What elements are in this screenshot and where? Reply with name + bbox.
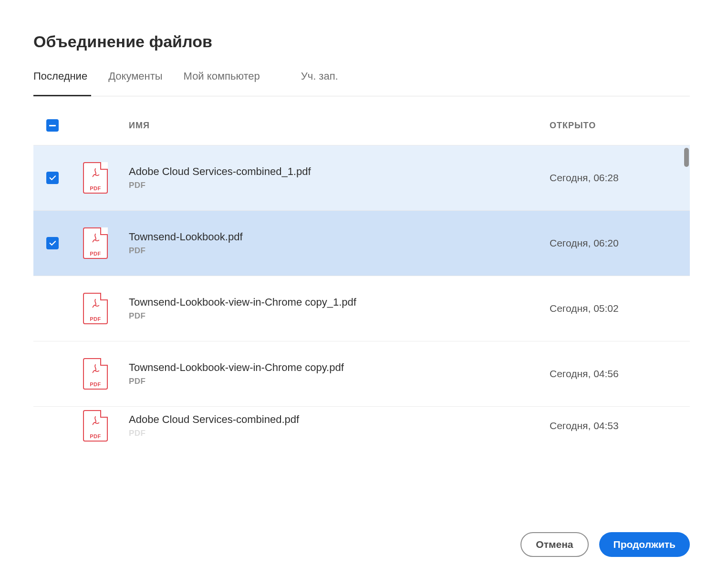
tab-my-computer[interactable]: Мой компьютер — [184, 64, 260, 96]
file-list-container: ИМЯ ОТКРЫТО PDF Adobe Cloud Services-com… — [33, 96, 690, 505]
file-row[interactable]: PDF Adobe Cloud Services-combined_1.pdf … — [33, 145, 690, 210]
cancel-button[interactable]: Отмена — [520, 532, 588, 557]
file-opened-date: Сегодня, 05:02 — [550, 303, 683, 314]
file-ext-label: PDF — [84, 316, 107, 322]
file-checkbox[interactable] — [46, 368, 59, 380]
file-row[interactable]: PDF Townsend-Lookbook-view-in-Chrome cop… — [33, 341, 690, 406]
dialog-title: Объединение файлов — [33, 32, 690, 51]
continue-button[interactable]: Продолжить — [599, 532, 690, 557]
file-list: PDF Adobe Cloud Services-combined_1.pdf … — [33, 145, 690, 505]
file-type: PDF — [129, 246, 550, 256]
scrollbar[interactable] — [683, 145, 690, 505]
pdf-file-icon: PDF — [83, 227, 108, 259]
column-header-opened[interactable]: ОТКРЫТО — [550, 121, 683, 131]
column-header-name[interactable]: ИМЯ — [129, 121, 550, 131]
tab-account[interactable]: Уч. зап. — [301, 64, 338, 96]
file-type: PDF — [129, 311, 550, 321]
file-row[interactable]: PDF Townsend-Lookbook-view-in-Chrome cop… — [33, 276, 690, 341]
file-checkbox[interactable] — [46, 237, 59, 249]
file-name: Townsend-Lookbook.pdf — [129, 231, 550, 243]
scrollbar-thumb[interactable] — [684, 148, 689, 167]
pdf-file-icon: PDF — [83, 410, 108, 442]
file-ext-label: PDF — [84, 185, 107, 191]
pdf-file-icon: PDF — [83, 162, 108, 194]
check-icon — [48, 174, 57, 182]
file-checkbox[interactable] — [46, 172, 59, 184]
pdf-file-icon: PDF — [83, 358, 108, 390]
file-name: Townsend-Lookbook-view-in-Chrome copy_1.… — [129, 296, 550, 309]
file-opened-date: Сегодня, 06:20 — [550, 237, 683, 249]
file-checkbox[interactable] — [46, 420, 59, 432]
list-header: ИМЯ ОТКРЫТО — [33, 96, 690, 145]
file-row[interactable]: PDF Adobe Cloud Services-combined.pdf PD… — [33, 406, 690, 444]
file-type: PDF — [129, 181, 550, 190]
file-type: PDF — [129, 429, 550, 438]
file-ext-label: PDF — [84, 433, 107, 439]
file-name: Adobe Cloud Services-combined.pdf — [129, 413, 550, 426]
file-opened-date: Сегодня, 04:56 — [550, 368, 683, 380]
check-icon — [48, 239, 57, 247]
tab-recent[interactable]: Последние — [33, 64, 87, 96]
dialog-footer: Отмена Продолжить — [33, 505, 690, 557]
file-type: PDF — [129, 377, 550, 386]
file-checkbox[interactable] — [46, 302, 59, 315]
file-ext-label: PDF — [84, 251, 107, 257]
tabs-bar: Последние Документы Мой компьютер Уч. за… — [33, 64, 690, 96]
tab-documents[interactable]: Документы — [108, 64, 162, 96]
pdf-file-icon: PDF — [83, 293, 108, 324]
file-opened-date: Сегодня, 04:53 — [550, 420, 683, 432]
file-ext-label: PDF — [84, 381, 107, 387]
file-name: Townsend-Lookbook-view-in-Chrome copy.pd… — [129, 361, 550, 374]
file-row[interactable]: PDF Townsend-Lookbook.pdf PDF Сегодня, 0… — [33, 210, 690, 276]
select-all-checkbox[interactable] — [46, 119, 59, 132]
file-opened-date: Сегодня, 06:28 — [550, 172, 683, 184]
file-name: Adobe Cloud Services-combined_1.pdf — [129, 165, 550, 178]
